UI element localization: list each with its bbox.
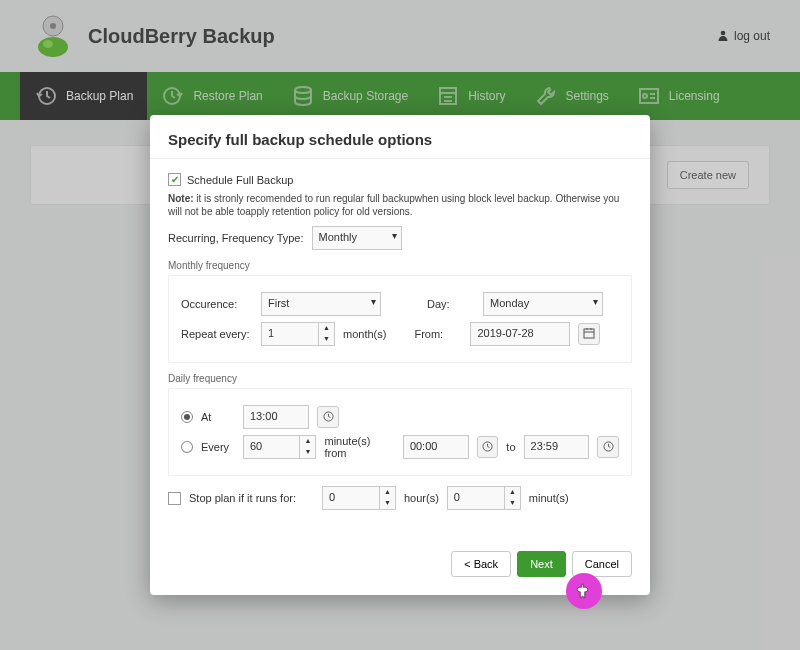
stop-plan-checkbox[interactable]: ✔	[168, 492, 181, 505]
every-radio[interactable]	[181, 441, 193, 453]
modal-footer: < Back Next Cancel	[150, 539, 650, 595]
day-select[interactable]: Monday	[483, 292, 603, 316]
daily-frequency-section: At 13:00 Every 60 ▲▼ minute(s) from 00:0…	[168, 388, 632, 476]
every-from-clock-button[interactable]	[477, 436, 499, 458]
stop-minutes-unit: minut(s)	[529, 492, 569, 504]
every-to-clock-button[interactable]	[597, 436, 619, 458]
spinner-down-icon[interactable]: ▼	[319, 334, 334, 345]
day-label: Day:	[427, 298, 475, 310]
next-button[interactable]: Next	[517, 551, 566, 577]
at-clock-button[interactable]	[317, 406, 339, 428]
spinner-down-icon[interactable]: ▼	[300, 447, 315, 458]
spinner-down-icon[interactable]: ▼	[380, 498, 395, 509]
cancel-button[interactable]: Cancel	[572, 551, 632, 577]
schedule-modal: Specify full backup schedule options ✔ S…	[150, 115, 650, 595]
daily-section-label: Daily frequency	[168, 373, 632, 384]
spinner-up-icon[interactable]: ▲	[380, 487, 395, 498]
every-from-input[interactable]: 00:00	[403, 435, 469, 459]
repeat-every-input[interactable]: 1 ▲▼	[261, 322, 335, 346]
frequency-type-select[interactable]: Monthly	[312, 226, 402, 250]
frequency-type-label: Recurring, Frequency Type:	[168, 232, 304, 244]
every-label: Every	[201, 441, 235, 453]
calendar-button[interactable]	[578, 323, 600, 345]
modal-title: Specify full backup schedule options	[168, 131, 632, 148]
occurence-select[interactable]: First	[261, 292, 381, 316]
repeat-unit: month(s)	[343, 328, 386, 340]
at-radio[interactable]	[181, 411, 193, 423]
schedule-full-backup-checkbox[interactable]: ✔	[168, 173, 181, 186]
every-value-input[interactable]: 60 ▲▼	[243, 435, 317, 459]
modal-header: Specify full backup schedule options	[150, 115, 650, 159]
at-time-input[interactable]: 13:00	[243, 405, 309, 429]
stop-hours-input[interactable]: 0 ▲▼	[322, 486, 396, 510]
stop-hours-unit: hour(s)	[404, 492, 439, 504]
monthly-section-label: Monthly frequency	[168, 260, 632, 271]
spinner-up-icon[interactable]: ▲	[300, 436, 315, 447]
schedule-full-backup-label: Schedule Full Backup	[187, 174, 293, 186]
modal-body: ✔ Schedule Full Backup Note: it is stron…	[150, 159, 650, 539]
stop-plan-label: Stop plan if it runs for:	[189, 492, 296, 504]
from-date-input[interactable]: 2019-07-28	[470, 322, 570, 346]
clock-icon	[603, 441, 614, 454]
back-button[interactable]: < Back	[451, 551, 511, 577]
schedule-note: Note: it is stronly recomended to run re…	[168, 192, 632, 218]
monthly-frequency-section: Occurence: First Day: Monday Repeat ever…	[168, 275, 632, 363]
calendar-icon	[583, 327, 595, 341]
clock-icon	[323, 411, 334, 424]
spinner-up-icon[interactable]: ▲	[505, 487, 520, 498]
at-label: At	[201, 411, 235, 423]
repeat-every-label: Repeat every:	[181, 328, 253, 340]
spinner-down-icon[interactable]: ▼	[505, 498, 520, 509]
every-unit: minute(s) from	[324, 435, 394, 459]
occurence-label: Occurence:	[181, 298, 253, 310]
every-to-label: to	[506, 441, 515, 453]
stop-minutes-input[interactable]: 0 ▲▼	[447, 486, 521, 510]
clock-icon	[482, 441, 493, 454]
every-to-input[interactable]: 23:59	[524, 435, 590, 459]
spinner-up-icon[interactable]: ▲	[319, 323, 334, 334]
from-label: From:	[414, 328, 462, 340]
svg-rect-16	[584, 329, 594, 338]
